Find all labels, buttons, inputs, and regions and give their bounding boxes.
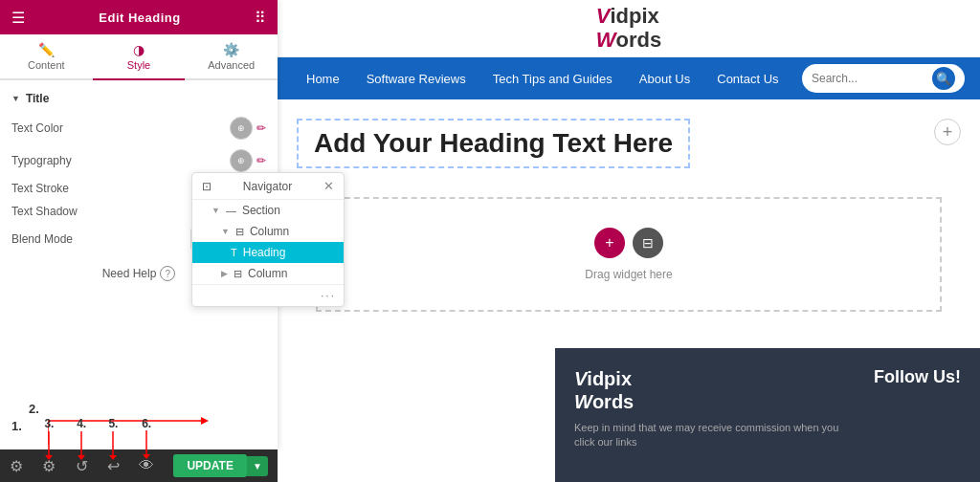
panel-header: ☰ Edit Heading ⠿ xyxy=(0,0,278,34)
nav-bottom-bar: ··· xyxy=(192,284,344,306)
bottom-bar: 2. 1. ⚙ ⚙ 3. ↺ 4. ↩ 5. xyxy=(0,449,278,482)
section-icon: — xyxy=(226,205,236,216)
nav-expand-icon: ▼ xyxy=(212,206,220,215)
nav-heading-label: Heading xyxy=(243,246,286,259)
footer-logo: Vidpix Words xyxy=(574,367,842,413)
help-icon[interactable]: ? xyxy=(160,266,175,281)
site-header: Vidpix Words xyxy=(278,0,980,57)
color-global-btn[interactable]: ⊕ xyxy=(230,117,253,140)
hamburger-icon[interactable]: ☰ xyxy=(11,9,25,27)
color-edit-btn[interactable]: ✏ xyxy=(256,121,266,135)
tab-advanced[interactable]: ⚙️ Advanced xyxy=(185,34,278,78)
settings-btn-1[interactable]: ⚙ xyxy=(10,457,23,475)
typography-controls: ⊕ ✏ xyxy=(230,149,266,172)
drag-controls: + ⊟ xyxy=(594,228,663,258)
nav-minimize-icon[interactable]: ⊡ xyxy=(202,180,212,193)
nav-item-column2[interactable]: ▶ ⊟ Column xyxy=(192,263,344,284)
nav-expand-icon: ▼ xyxy=(221,227,230,236)
site-footer: Vidpix Words Keep in mind that we may re… xyxy=(555,348,980,482)
heading-text: Add Your Heading Text Here xyxy=(314,128,673,158)
footer-body-text: Keep in mind that we may receive commiss… xyxy=(574,421,842,450)
nav-contact[interactable]: Contact Us xyxy=(703,57,791,99)
search-bar: 🔍 xyxy=(802,64,965,93)
grid-icon[interactable]: ⠿ xyxy=(255,9,266,27)
style-icon: ◑ xyxy=(133,42,145,57)
logo-line2: Words xyxy=(596,29,661,52)
drag-widget-area[interactable]: + ⊟ Drag widget here xyxy=(316,197,942,312)
preview-btn[interactable]: 👁 6. xyxy=(139,457,154,474)
nav-item-column1[interactable]: ▼ ⊟ Column xyxy=(192,221,344,242)
footer-right: Follow Us! xyxy=(874,367,961,387)
column-icon: ⊟ xyxy=(235,226,244,238)
nav-tech-tips[interactable]: Tech Tips and Guides xyxy=(479,57,626,99)
tab-content[interactable]: ✏️ Content xyxy=(0,34,93,78)
panel-tabs: ✏️ Content ◑ Style ⚙️ Advanced xyxy=(0,34,278,80)
settings-btn-2[interactable]: ⚙ 3. xyxy=(42,457,56,475)
follow-us-label: Follow Us! xyxy=(874,367,961,387)
svg-marker-5 xyxy=(45,455,53,460)
text-color-label: Text Color xyxy=(11,121,63,135)
search-button[interactable]: 🔍 xyxy=(932,67,955,90)
content-icon: ✏️ xyxy=(38,42,55,57)
svg-marker-9 xyxy=(109,455,117,460)
svg-marker-7 xyxy=(78,455,85,460)
nav-column2-label: Column xyxy=(248,267,287,280)
typography-row: Typography ⊕ ✏ xyxy=(11,149,266,172)
blend-mode-label: Blend Mode xyxy=(11,232,73,246)
add-section-btn[interactable]: + xyxy=(934,119,961,145)
navigator-panel: ⊡ Navigator ✕ ▼ — Section ▼ ⊟ Column T H… xyxy=(191,172,345,307)
typography-global-btn[interactable]: ⊕ xyxy=(230,149,253,172)
site-nav: Home Software Reviews Tech Tips and Guid… xyxy=(278,57,980,99)
nav-expand-icon2: ▶ xyxy=(221,269,228,278)
drag-handle-btn[interactable]: ⊟ xyxy=(633,228,663,258)
redo-btn[interactable]: ↩ 5. xyxy=(107,457,120,475)
nav-about[interactable]: About Us xyxy=(626,57,703,99)
logo-line1: Vidpix xyxy=(596,5,661,28)
update-button[interactable]: UPDATE xyxy=(173,454,246,477)
update-group: UPDATE ▼ xyxy=(173,454,267,477)
footer-left: Vidpix Words Keep in mind that we may re… xyxy=(574,367,842,450)
undo-btn[interactable]: ↺ 4. xyxy=(76,457,88,475)
content-area: Add Your Heading Text Here + + ⊟ Drag wi… xyxy=(278,99,980,340)
panel-title: Edit Heading xyxy=(99,11,180,25)
column2-icon: ⊟ xyxy=(234,268,242,280)
advanced-icon: ⚙️ xyxy=(223,42,239,57)
nav-section-label: Section xyxy=(242,204,280,217)
nav-column1-label: Column xyxy=(250,225,289,238)
heading-type-icon: T xyxy=(231,247,237,258)
add-widget-btn[interactable]: + xyxy=(594,228,625,258)
site-logo: Vidpix Words xyxy=(596,5,661,51)
drag-label: Drag widget here xyxy=(585,268,672,281)
text-stroke-label: Text Stroke xyxy=(11,182,69,195)
typography-edit-btn[interactable]: ✏ xyxy=(256,154,266,167)
heading-block[interactable]: Add Your Heading Text Here xyxy=(297,119,690,168)
nav-title: Navigator xyxy=(243,180,292,193)
main-area: Vidpix Words Home Software Reviews Tech … xyxy=(278,0,980,482)
search-input[interactable] xyxy=(812,72,926,85)
text-shadow-label: Text Shadow xyxy=(11,205,78,218)
typography-label: Typography xyxy=(11,154,72,167)
text-color-controls: ⊕ ✏ xyxy=(230,117,266,140)
nav-close-btn[interactable]: ✕ xyxy=(323,179,334,193)
tab-style[interactable]: ◑ Style xyxy=(93,34,186,80)
nav-item-section[interactable]: ▼ — Section xyxy=(192,200,344,221)
text-color-row: Text Color ⊕ ✏ xyxy=(11,117,266,140)
nav-item-heading[interactable]: T Heading xyxy=(192,242,344,263)
update-dropdown-btn[interactable]: ▼ xyxy=(247,456,268,476)
nav-home[interactable]: Home xyxy=(293,57,353,99)
nav-more-icon[interactable]: ··· xyxy=(321,289,336,302)
nav-header: ⊡ Navigator ✕ xyxy=(192,173,344,200)
nav-software-reviews[interactable]: Software Reviews xyxy=(353,57,479,99)
svg-marker-11 xyxy=(143,454,150,459)
section-title: Title xyxy=(11,92,266,105)
